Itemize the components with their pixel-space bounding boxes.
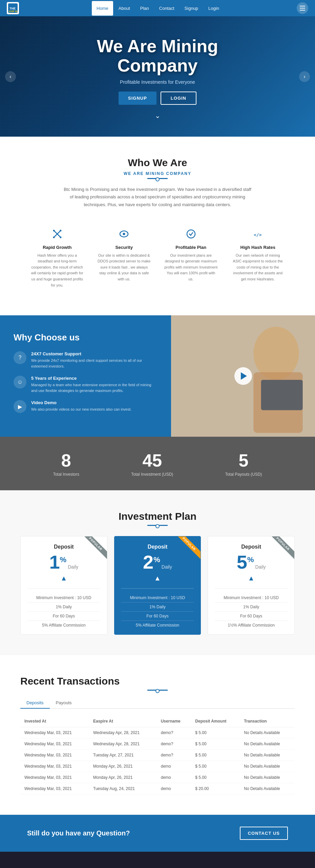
stat-investment: 45 Total Investment (USD) [131,450,173,477]
table-cell: $ 5.00 [191,750,240,761]
plan-arrow-1: ▲ [27,574,100,582]
table-cell: No Details Available [240,727,295,738]
stat-payouts-number: 5 [225,450,262,471]
col-username: Username [157,715,191,727]
table-cell: Monday Apr, 26, 2021 [89,761,157,772]
table-row: Wednesday Mar, 03, 2021Monday Apr, 26, 2… [20,772,295,783]
transactions-title: Recent Transactions [20,675,295,687]
plan-detail-3-0: Minimum Investment : 10 USD [215,593,288,603]
plan-card-1: POPULAR Deposit 1 % Daily ▲ Minimum Inve… [20,536,107,635]
plan-rate-1: 1 % Daily [27,553,100,572]
nav-signup[interactable]: Signup [180,1,203,16]
hamburger-menu[interactable] [297,2,308,14]
svg-point-11 [187,230,195,238]
col-transaction: Transaction [240,715,295,727]
contact-us-button[interactable]: CONTACT US [240,827,288,840]
plan-detail-3-3: 1½% Affiliate Commission [215,621,288,630]
who-subtitle: WE ARE MINING COMPANY [27,171,288,176]
stat-investors: 8 Total Investors [53,450,79,477]
table-cell: Tuesday Aug, 24, 2021 [89,783,157,794]
why-icon-support: ? [14,351,26,364]
table-cell: $ 20.00 [191,783,240,794]
plan-card-2: POPULAR Deposit 2 % Daily ▲ Minimum Inve… [114,536,201,635]
logo-icon: THE HYIP SHOP [7,2,19,14]
nav-plan[interactable]: Plan [135,1,154,16]
plan-detail-3-2: For 60 Days [215,612,288,621]
plan-card-3: POPULAR Deposit 5 % Daily ▲ Minimum Inve… [208,536,295,635]
plan-pct-2: % [153,555,160,564]
plan-detail-2-2: For 60 Days [121,612,194,621]
svg-point-14 [253,327,299,380]
table-cell: Wednesday Mar, 03, 2021 [20,738,89,750]
nav-links: Home About Plan Contact Signup Login [92,1,224,16]
table-cell: demo? [157,727,191,738]
stat-investors-label: Total Investors [53,472,79,477]
plan-details-2: Minimum Investment : 10 USD 1% Daily For… [114,589,201,634]
hero-scroll-down[interactable]: ⌄ [155,112,161,120]
why-item-1-title: 5 Years of Experience [31,376,158,381]
why-item-0-desc: We provide 24x7 monitoring and client su… [31,358,158,369]
hero-subtitle: Profitable Investments for Everyone [120,79,195,85]
security-title: Security [98,245,151,250]
login-button[interactable]: LOGIN [161,92,196,105]
hero-prev-arrow[interactable]: ‹ [5,71,16,82]
plan-title-2: Deposit [121,544,194,550]
plan-daily-2: Daily [162,564,172,570]
rapid-growth-desc: Hash Miner offers you a steadfast and lo… [30,253,84,289]
nav-about[interactable]: About [114,1,135,16]
plan-num-2: 2 [143,553,153,572]
table-cell: $ 5.00 [191,772,240,783]
transaction-tabs: Deposits Payouts [20,697,295,709]
hero-next-arrow[interactable]: › [299,71,310,82]
plan-details-3: Minimum Investment : 10 USD 1% Daily For… [208,589,294,634]
signup-button[interactable]: SIGNUP [119,92,156,105]
stat-payouts-label: Total Payouts (USD) [225,472,262,477]
hero-title: We Are Mining Company [97,37,218,75]
plan-detail-1-3: 5% Affiliate Commission [27,621,100,630]
feature-hashrates: </> High Hash Rates Our own network of m… [228,222,288,295]
profitable-icon [164,229,218,241]
plan-arrow-3: ▲ [215,574,288,582]
transactions-divider [147,690,168,691]
navbar: THE HYIP SHOP Home About Plan Contact Si… [0,0,315,16]
why-title: Why Choose us [14,332,158,343]
hashrates-desc: Our own network of mining ASIC equipment… [231,253,285,282]
plan-detail-2-1: 1% Daily [121,603,194,612]
feature-rapid-growth: Rapid Growth Hash Miner offers you a ste… [27,222,87,295]
why-item-2-title: Video Demo [31,400,131,405]
table-cell: Wednesday Mar, 03, 2021 [20,761,89,772]
stats-bar: 8 Total Investors 45 Total Investment (U… [0,437,315,490]
rapid-growth-title: Rapid Growth [30,245,84,250]
plan-num-1: 1 [49,553,60,572]
tab-deposits[interactable]: Deposits [20,697,50,709]
why-item-2-desc: We also provide videos so our new invest… [31,407,131,412]
plan-detail-2-0: Minimum Investment : 10 USD [121,593,194,603]
why-item-1-desc: Managed by a team who have extensive exp… [31,382,158,393]
who-description: Btc Mining is Promising and risk free in… [63,186,252,208]
table-cell: demo? [157,738,191,750]
plan-detail-3-1: 1% Daily [215,603,288,612]
svg-rect-16 [261,380,303,410]
svg-text:</>: </> [254,232,262,237]
table-row: Wednesday Mar, 03, 2021Wednesday Apr, 28… [20,727,295,738]
nav-contact[interactable]: Contact [154,1,179,16]
col-expire-at: Easpire At [89,715,157,727]
table-cell: No Details Available [240,750,295,761]
nav-home[interactable]: Home [92,1,113,16]
play-button[interactable] [234,367,252,385]
svg-point-10 [123,233,125,235]
why-icon-video: ▶ [14,400,26,413]
table-cell: $ 5.00 [191,727,240,738]
why-image [171,315,315,437]
tab-payouts[interactable]: Payouts [50,697,78,709]
table-cell: demo [157,772,191,783]
col-invested-at: Invested At [20,715,89,727]
security-icon [98,229,151,241]
who-we-are-section: Who We Are WE ARE MINING COMPANY Btc Min… [0,137,315,315]
profitable-title: Profitable Plan [164,245,218,250]
svg-text:THE: THE [9,7,16,10]
table-cell: Wednesday Apr, 28, 2021 [89,727,157,738]
table-cell: demo [157,761,191,772]
nav-login[interactable]: Login [204,1,224,16]
col-deposit-amount: Deposit Amount [191,715,240,727]
